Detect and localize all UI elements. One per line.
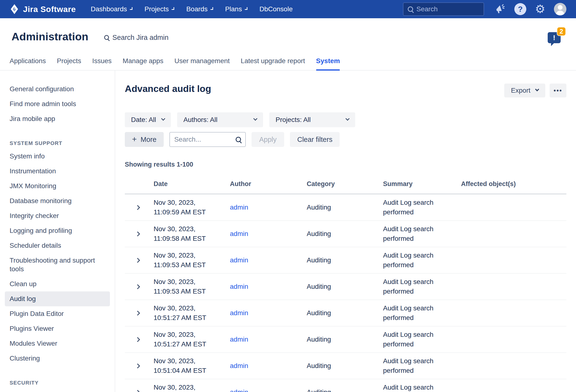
tab-latest-upgrade-report[interactable]: Latest upgrade report — [241, 57, 305, 70]
author-link[interactable]: admin — [230, 230, 248, 238]
chevron-right-icon — [135, 258, 140, 263]
cell-summary: Audit Log search performed — [383, 224, 443, 243]
cell-summary: Audit Log search performed — [383, 198, 443, 217]
more-filters-button[interactable]: + More — [125, 132, 164, 147]
author-link[interactable]: admin — [230, 283, 248, 290]
nav-item-dbconsole[interactable]: DbConsole — [259, 5, 293, 13]
cell-summary: Audit Log search performed — [383, 356, 443, 375]
sidebar-item-modules-viewer[interactable]: Modules Viewer — [5, 336, 110, 351]
tab-system[interactable]: System — [316, 57, 340, 70]
more-actions-button[interactable]: ••• — [549, 84, 566, 97]
sidebar-item-plugins-viewer[interactable]: Plugins Viewer — [5, 321, 110, 336]
author-link[interactable]: admin — [230, 388, 248, 392]
cell-author: admin — [230, 230, 307, 238]
apply-button[interactable]: Apply — [252, 132, 284, 147]
results-count-text: Showing results 1-100 — [125, 161, 566, 168]
sidebar-item-integrity-checker[interactable]: Integrity checker — [5, 208, 110, 223]
admin-search[interactable]: Search Jira admin — [104, 34, 169, 41]
settings-gear-icon[interactable]: ⚙ — [535, 3, 545, 15]
sidebar-item-audit-log[interactable]: Audit log — [5, 291, 110, 306]
cell-category: Auditing — [307, 335, 383, 343]
row-expand-chevron[interactable] — [125, 285, 154, 289]
user-avatar[interactable] — [554, 3, 566, 15]
date-filter-label: Date: All — [131, 116, 156, 124]
page-section-title: Administration — [11, 30, 88, 43]
cell-date: Nov 30, 2023,10:51:27 AM EST — [154, 330, 230, 349]
cell-author: admin — [230, 256, 307, 264]
tab-issues[interactable]: Issues — [92, 57, 112, 70]
tab-applications[interactable]: Applications — [10, 57, 46, 70]
nav-item-plans[interactable]: Plans — [225, 5, 247, 13]
cell-author: admin — [230, 204, 307, 211]
sidebar-item-project-roles[interactable]: Project roles — [5, 388, 110, 392]
author-link[interactable]: admin — [230, 362, 248, 369]
sidebar-item-troubleshooting-and-support-tools[interactable]: Troubleshooting and support tools — [5, 253, 110, 276]
nav-item-label: Dashboards — [91, 5, 127, 13]
sidebar-item-jira-mobile-app[interactable]: Jira mobile app — [5, 111, 110, 126]
nav-item-boards[interactable]: Boards — [186, 5, 213, 13]
table-row: Nov 30, 2023,10:51:04 AM ESTadminAuditin… — [125, 353, 566, 379]
search-icon — [104, 35, 109, 40]
author-link[interactable]: admin — [230, 335, 248, 343]
author-link[interactable]: admin — [230, 256, 248, 264]
nav-search-input[interactable] — [416, 5, 479, 13]
sidebar-item-clean-up[interactable]: Clean up — [5, 276, 110, 291]
jira-diamond-icon — [9, 4, 20, 14]
nav-menu: DashboardsProjectsBoardsPlansDbConsole — [91, 5, 292, 13]
sidebar-item-database-monitoring[interactable]: Database monitoring — [5, 193, 110, 208]
nav-item-dashboards[interactable]: Dashboards — [91, 5, 133, 13]
cell-summary: Audit Log search performed — [383, 383, 443, 392]
cell-author: admin — [230, 335, 307, 343]
nav-search[interactable] — [403, 2, 484, 16]
sidebar-item-plugin-data-editor[interactable]: Plugin Data Editor — [5, 306, 110, 321]
more-filters-label: More — [141, 136, 156, 144]
sidebar-item-scheduler-details[interactable]: Scheduler details — [5, 238, 110, 253]
authors-filter-dropdown[interactable]: Authors: All — [177, 112, 263, 127]
export-button[interactable]: Export — [504, 84, 545, 97]
jira-logo[interactable]: Jira Software — [9, 4, 76, 14]
date-filter-dropdown[interactable]: Date: All — [125, 112, 171, 127]
date-line-2: 11:09:58 AM EST — [154, 234, 230, 243]
sidebar-item-instrumentation[interactable]: Instrumentation — [5, 164, 110, 179]
cell-category: Auditing — [307, 362, 383, 370]
notification-button[interactable]: ! 2 — [548, 32, 561, 43]
row-expand-chevron[interactable] — [125, 391, 154, 392]
row-expand-chevron[interactable] — [125, 338, 154, 341]
filter-search-input[interactable] — [174, 136, 233, 143]
date-line-1: Nov 30, 2023, — [154, 277, 230, 287]
cell-category: Auditing — [307, 230, 383, 238]
date-line-1: Nov 30, 2023, — [154, 224, 230, 234]
sidebar-nav: General configurationFind more admin too… — [0, 71, 115, 392]
author-link[interactable]: admin — [230, 309, 248, 317]
chevron-right-icon — [135, 231, 140, 236]
sidebar-item-clustering[interactable]: Clustering — [5, 351, 110, 366]
tab-user-management[interactable]: User management — [174, 57, 230, 70]
date-line-1: Nov 30, 2023, — [154, 198, 230, 207]
row-expand-chevron[interactable] — [125, 364, 154, 368]
sidebar-item-general-configuration[interactable]: General configuration — [5, 82, 110, 96]
sidebar-item-jmx-monitoring[interactable]: JMX Monitoring — [5, 179, 110, 193]
megaphone-icon[interactable] — [495, 4, 506, 15]
row-expand-chevron[interactable] — [125, 232, 154, 236]
table-row: Nov 30, 2023,10:51:04 AM ESTadminAuditin… — [125, 379, 566, 392]
author-link[interactable]: admin — [230, 204, 248, 211]
nav-item-projects[interactable]: Projects — [144, 5, 174, 13]
sidebar-item-logging-and-profiling[interactable]: Logging and profiling — [5, 223, 110, 238]
top-navigation-bar: Jira Software DashboardsProjectsBoardsPl… — [0, 0, 576, 18]
cell-category: Auditing — [307, 283, 383, 290]
search-icon — [236, 137, 241, 142]
sidebar-item-system-info[interactable]: System info — [5, 149, 110, 164]
tab-projects[interactable]: Projects — [57, 57, 81, 70]
sidebar-item-find-more-admin-tools[interactable]: Find more admin tools — [5, 96, 110, 111]
projects-filter-dropdown[interactable]: Projects: All — [269, 112, 355, 127]
admin-search-label: Search Jira admin — [112, 34, 169, 41]
row-expand-chevron[interactable] — [125, 206, 154, 209]
help-icon[interactable]: ? — [514, 3, 526, 15]
row-expand-chevron[interactable] — [125, 259, 154, 262]
row-expand-chevron[interactable] — [125, 311, 154, 315]
clear-filters-button[interactable]: Clear filters — [290, 132, 340, 147]
filter-row-actions: + More Apply Clear filters — [125, 132, 566, 147]
cell-category: Auditing — [307, 388, 383, 392]
tab-manage-apps[interactable]: Manage apps — [123, 57, 163, 70]
cell-date: Nov 30, 2023,11:09:58 AM EST — [154, 224, 230, 243]
